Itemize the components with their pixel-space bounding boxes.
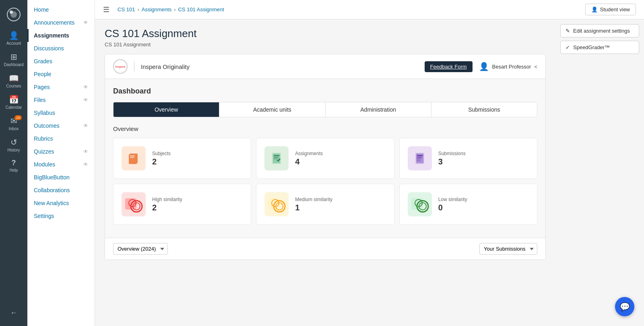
medium-similarity-card: Medium similarity 1 bbox=[256, 184, 394, 225]
svg-rect-5 bbox=[130, 156, 135, 156]
dashboard-title: Dashboard bbox=[113, 87, 537, 96]
course-nav-bigbluebutton[interactable]: BigBlueButton bbox=[27, 171, 95, 184]
svg-rect-11 bbox=[274, 158, 278, 159]
tab-administration[interactable]: Administration bbox=[326, 102, 431, 117]
user-icon: 👤 bbox=[479, 62, 489, 71]
course-nav-syllabus[interactable]: Syllabus bbox=[27, 106, 95, 119]
top-bar: ☰ CS 101 › Assignments › CS 101 Assignme… bbox=[95, 0, 644, 19]
subjects-value: 2 bbox=[152, 157, 171, 166]
tab-submissions[interactable]: Submissions bbox=[431, 102, 537, 117]
subjects-card-icon bbox=[122, 146, 146, 170]
course-nav-rubrics[interactable]: Rubrics bbox=[27, 132, 95, 145]
course-nav-announcements[interactable]: Announcements 👁 bbox=[27, 16, 95, 29]
low-similarity-icon bbox=[408, 192, 432, 216]
course-nav-modules[interactable]: Modules 👁 bbox=[27, 158, 95, 171]
svg-rect-15 bbox=[417, 157, 422, 158]
edit-settings-icon: ✎ bbox=[566, 28, 570, 34]
course-nav-files[interactable]: Files 👁 bbox=[27, 93, 95, 106]
submissions-filter-select[interactable]: Your Submissions bbox=[479, 243, 537, 255]
student-view-button[interactable]: 👤 Student view bbox=[585, 4, 636, 15]
low-similarity-label: Low similarity bbox=[438, 197, 467, 202]
nav-bottom: ← bbox=[6, 305, 21, 326]
inspera-logo-circle: inspera bbox=[113, 59, 128, 74]
page-area: CS 101 Assignment CS 101 Assignment insp… bbox=[95, 19, 644, 326]
sidebar-item-help[interactable]: ? Help bbox=[0, 156, 27, 176]
submissions-card: Submissions 3 bbox=[399, 138, 537, 179]
breadcrumb-current: CS 101 Assignment bbox=[178, 6, 224, 12]
hamburger-menu[interactable]: ☰ bbox=[103, 5, 109, 14]
cards-row-1: Subjects 2 bbox=[113, 138, 537, 179]
outcomes-visibility-icon: 👁 bbox=[83, 123, 88, 129]
modules-visibility-icon: 👁 bbox=[83, 162, 88, 167]
submissions-label: Submissions bbox=[438, 151, 466, 156]
inspera-title: Inspera Originality bbox=[141, 63, 190, 70]
chat-bubble[interactable]: 💬 bbox=[615, 297, 634, 316]
inspera-divider bbox=[134, 62, 134, 71]
breadcrumb-course[interactable]: CS 101 bbox=[118, 6, 135, 12]
page-title: CS 101 Assignment bbox=[105, 27, 546, 40]
course-nav-collaborations[interactable]: Collaborations bbox=[27, 184, 95, 197]
assignments-value: 4 bbox=[295, 157, 323, 166]
icon-navigation: 👤 Account ⊞ Dashboard 📖 Courses 📅 Calend… bbox=[0, 0, 27, 326]
submissions-card-icon bbox=[408, 146, 432, 170]
high-similarity-label: High similarity bbox=[152, 197, 182, 202]
page-subtitle: CS 101 Assignment bbox=[105, 42, 546, 48]
high-similarity-icon bbox=[122, 192, 146, 216]
course-nav-assignments[interactable]: Assignments bbox=[27, 29, 95, 42]
dashboard-area: Dashboard Overview Academic units Admini… bbox=[105, 79, 545, 238]
submissions-value: 3 bbox=[438, 157, 466, 166]
sidebar-item-courses[interactable]: 📖 Courses bbox=[0, 70, 27, 91]
inspera-collapse-chevron[interactable]: < bbox=[534, 64, 537, 70]
overview-year-select[interactable]: Overview (2024) bbox=[113, 243, 168, 255]
course-nav-people[interactable]: People bbox=[27, 68, 95, 81]
breadcrumb: CS 101 › Assignments › CS 101 Assignment bbox=[118, 6, 224, 12]
collapse-nav-button[interactable]: ← bbox=[6, 305, 21, 321]
course-nav-home[interactable]: Home bbox=[27, 3, 95, 16]
svg-rect-14 bbox=[417, 155, 423, 156]
course-nav-outcomes[interactable]: Outcomes 👁 bbox=[27, 119, 95, 132]
svg-rect-17 bbox=[417, 160, 420, 161]
cards-row-2: High similarity 2 bbox=[113, 184, 537, 225]
app-logo[interactable] bbox=[2, 3, 25, 27]
course-nav-settings[interactable]: Settings bbox=[27, 210, 95, 222]
inspera-user: 👤 Besart Professor < bbox=[479, 62, 537, 71]
assignments-card: Assignments 4 bbox=[256, 138, 394, 179]
edit-assignment-settings-button[interactable]: ✎ Edit assignment settings bbox=[560, 24, 639, 37]
svg-rect-10 bbox=[274, 157, 279, 158]
low-similarity-card: Low similarity 0 bbox=[399, 184, 537, 225]
medium-similarity-label: Medium similarity bbox=[295, 197, 332, 202]
course-nav-pages[interactable]: Pages 👁 bbox=[27, 81, 95, 93]
high-similarity-card: High similarity 2 bbox=[113, 184, 251, 225]
assignments-label: Assignments bbox=[295, 151, 323, 156]
course-navigation: Home Announcements 👁 Assignments Discuss… bbox=[27, 0, 95, 326]
overview-section: Overview bbox=[113, 125, 537, 225]
dashboard-tabs: Overview Academic units Administration S… bbox=[113, 102, 537, 117]
assignments-card-icon bbox=[264, 146, 289, 170]
subjects-label: Subjects bbox=[152, 151, 171, 156]
medium-similarity-value: 1 bbox=[295, 203, 332, 212]
svg-rect-9 bbox=[274, 155, 279, 156]
tab-academic-units[interactable]: Academic units bbox=[219, 102, 325, 117]
course-nav-grades[interactable]: Grades bbox=[27, 55, 95, 68]
main-scroll: CS 101 Assignment CS 101 Assignment insp… bbox=[95, 19, 555, 326]
feedback-form-button[interactable]: Feedback Form bbox=[425, 61, 473, 72]
sidebar-item-dashboard[interactable]: ⊞ Dashboard bbox=[0, 49, 27, 70]
main-content: ☰ CS 101 › Assignments › CS 101 Assignme… bbox=[95, 0, 644, 326]
inspera-panel: inspera Inspera Originality Feedback For… bbox=[105, 54, 546, 260]
sidebar-item-account[interactable]: 👤 Account bbox=[0, 27, 27, 49]
speed-grader-button[interactable]: ✓ SpeedGrader™ bbox=[560, 41, 639, 54]
sidebar-item-inbox[interactable]: ✉ 10 Inbox bbox=[0, 113, 27, 134]
inspera-user-name: Besart Professor bbox=[492, 64, 531, 70]
course-nav-quizzes[interactable]: Quizzes 👁 bbox=[27, 145, 95, 158]
medium-similarity-icon bbox=[264, 192, 289, 216]
course-nav-new-analytics[interactable]: New Analytics bbox=[27, 197, 95, 210]
student-view-icon: 👤 bbox=[591, 6, 598, 12]
sidebar-item-calendar[interactable]: 📅 Calendar bbox=[0, 91, 27, 113]
overview-section-title: Overview bbox=[113, 125, 537, 132]
speed-grader-icon: ✓ bbox=[566, 44, 570, 50]
sidebar-item-history[interactable]: ↺ History bbox=[0, 134, 27, 156]
course-nav-discussions[interactable]: Discussions bbox=[27, 42, 95, 55]
breadcrumb-section[interactable]: Assignments bbox=[142, 6, 171, 12]
tab-overview[interactable]: Overview bbox=[114, 102, 219, 117]
svg-point-2 bbox=[10, 10, 13, 14]
